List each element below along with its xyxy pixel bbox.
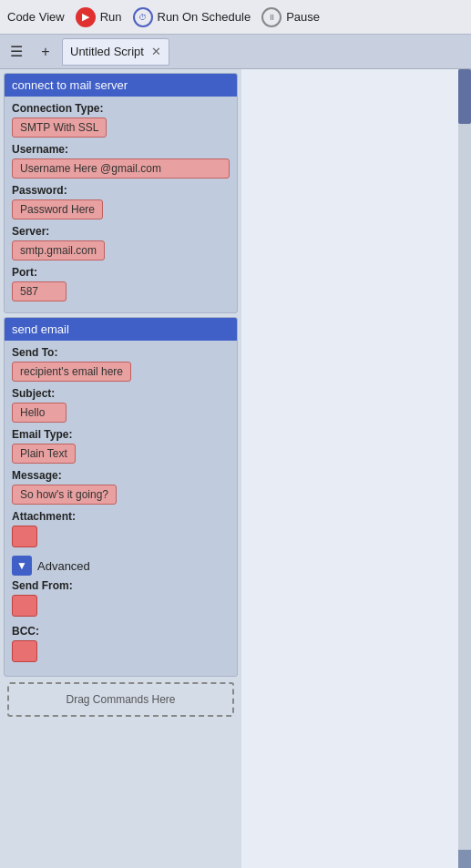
tab-untitled-script[interactable]: Untitled Script ✕ [62,38,169,66]
subject-row: Subject: Hello [12,387,230,423]
connect-to-mail-header[interactable]: connect to mail server [5,74,237,97]
port-input[interactable]: 587 [12,281,67,301]
subject-input[interactable]: Hello [12,403,67,423]
advanced-label: Advanced [37,559,90,573]
drag-commands-area[interactable]: Drag Commands Here [7,682,234,717]
plus-icon: + [41,44,49,60]
email-type-label: Email Type: [12,428,230,441]
send-to-input[interactable]: recipient's email here [12,362,131,382]
port-row: Port: 587 [12,266,230,301]
password-label: Password: [12,184,230,197]
schedule-icon: ⏱ [133,7,153,27]
tab-bar: ☰ + Untitled Script ✕ [0,35,471,69]
send-from-input[interactable] [12,595,37,617]
run-on-schedule-label: Run On Schedule [158,10,251,24]
username-row: Username: Username Here @gmail.com [12,143,230,179]
drag-commands-label: Drag Commands Here [66,693,175,706]
run-icon: ▶ [76,7,96,27]
pause-button[interactable]: ⏸ Pause [261,7,320,27]
left-panel: connect to mail server Connection Type: … [0,69,241,868]
send-email-title: send email [12,322,69,336]
advanced-toggle[interactable]: ▼ Advanced [12,556,230,576]
send-email-block: send email Send To: recipient's email he… [4,317,238,677]
code-view-label: Code View [7,10,65,24]
username-input[interactable]: Username Here @gmail.com [12,158,230,179]
message-input[interactable]: So how's it going? [12,485,117,505]
tab-label: Untitled Script [70,45,144,58]
right-panel [241,69,471,868]
advanced-section: Send From: BCC: [12,579,230,665]
connection-type-label: Connection Type: [12,102,230,115]
send-email-body: Send To: recipient's email here Subject:… [5,341,237,676]
send-email-header[interactable]: send email [5,318,237,341]
attachment-input[interactable] [12,526,37,547]
scrollbar-bottom-arrow[interactable] [458,850,471,868]
run-button[interactable]: ▶ Run [76,7,122,27]
port-label: Port: [12,266,230,279]
send-to-row: Send To: recipient's email here [12,346,230,382]
bcc-row: BCC: [12,625,230,665]
attachment-row: Attachment: [12,510,230,550]
subject-label: Subject: [12,387,230,400]
hamburger-menu-button[interactable]: ☰ [4,39,29,65]
scrollbar-track[interactable] [458,69,471,868]
password-row: Password: Password Here [12,184,230,220]
bcc-input[interactable] [12,640,37,662]
connect-to-mail-title: connect to mail server [12,78,128,92]
code-view-button[interactable]: Code View [7,10,65,24]
password-input[interactable]: Password Here [12,199,103,220]
send-to-label: Send To: [12,346,230,359]
message-row: Message: So how's it going? [12,469,230,505]
connect-to-mail-block: connect to mail server Connection Type: … [4,73,238,313]
message-label: Message: [12,469,230,482]
pause-label: Pause [286,10,320,24]
connection-type-row: Connection Type: SMTP With SSL [12,102,230,138]
server-row: Server: smtp.gmail.com [12,225,230,260]
scrollbar-thumb[interactable] [458,69,471,124]
hamburger-icon: ☰ [10,43,23,60]
bcc-label: BCC: [12,625,230,638]
run-on-schedule-button[interactable]: ⏱ Run On Schedule [133,7,251,27]
main-area: connect to mail server Connection Type: … [0,69,471,868]
server-label: Server: [12,225,230,238]
attachment-label: Attachment: [12,510,230,523]
username-label: Username: [12,143,230,156]
run-label: Run [100,10,122,24]
server-input[interactable]: smtp.gmail.com [12,240,105,260]
email-type-input[interactable]: Plain Text [12,444,76,464]
tab-close-button[interactable]: ✕ [151,45,161,58]
toolbar: Code View ▶ Run ⏱ Run On Schedule ⏸ Paus… [0,0,471,35]
email-type-row: Email Type: Plain Text [12,428,230,464]
connection-type-input[interactable]: SMTP With SSL [12,117,107,138]
advanced-chevron-icon: ▼ [12,556,32,576]
send-from-row: Send From: [12,579,230,619]
new-tab-button[interactable]: + [33,39,58,65]
connect-to-mail-body: Connection Type: SMTP With SSL Username:… [5,97,237,312]
send-from-label: Send From: [12,579,230,592]
pause-icon: ⏸ [261,7,282,27]
